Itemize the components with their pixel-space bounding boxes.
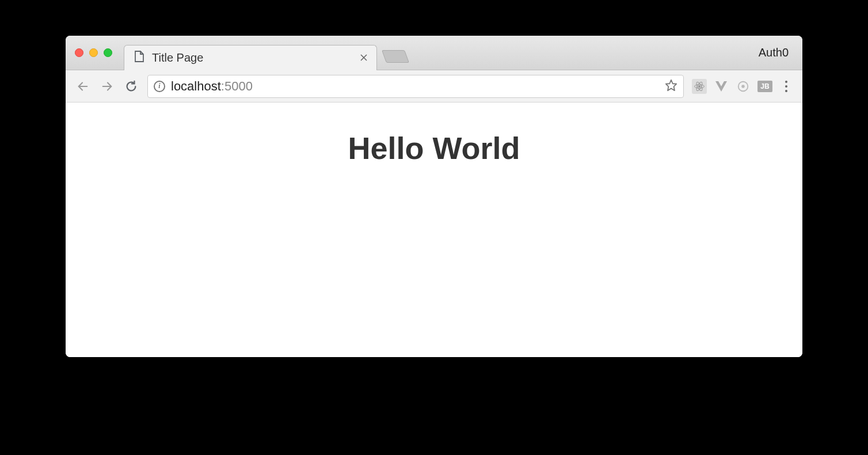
reload-button[interactable] — [123, 78, 139, 94]
url-port: :5000 — [221, 79, 253, 93]
vue-devtools-icon[interactable] — [714, 79, 729, 94]
jetbrains-extension-icon[interactable]: JB — [757, 81, 772, 92]
redux-devtools-icon[interactable] — [736, 79, 751, 94]
toolbar: i localhost:5000 — [66, 70, 802, 103]
bookmark-star-icon[interactable] — [665, 79, 677, 94]
tab-title: Title Page — [152, 51, 358, 65]
site-info-icon[interactable]: i — [154, 81, 165, 92]
tab-bar: Title Page Auth0 — [66, 36, 802, 70]
react-devtools-icon[interactable] — [692, 79, 707, 94]
forward-button[interactable] — [99, 78, 115, 94]
svg-point-10 — [741, 85, 745, 88]
extension-icons: JB — [692, 79, 793, 94]
back-button[interactable] — [75, 78, 91, 94]
url-text: localhost:5000 — [171, 79, 659, 94]
browser-tab[interactable]: Title Page — [124, 45, 377, 70]
address-bar[interactable]: i localhost:5000 — [147, 75, 684, 98]
profile-label[interactable]: Auth0 — [759, 46, 793, 59]
url-host: localhost — [171, 79, 221, 93]
window-close-button[interactable] — [75, 48, 83, 57]
new-tab-button[interactable] — [382, 50, 409, 63]
svg-marker-4 — [666, 79, 676, 90]
page-heading: Hello World — [348, 130, 520, 357]
page-viewport: Hello World — [66, 103, 802, 357]
browser-menu-button[interactable] — [779, 81, 793, 92]
svg-point-5 — [698, 85, 700, 87]
file-icon — [134, 50, 145, 65]
traffic-lights — [75, 48, 112, 57]
close-tab-button[interactable] — [358, 52, 370, 63]
browser-window: Title Page Auth0 — [66, 36, 802, 357]
window-maximize-button[interactable] — [104, 48, 112, 57]
window-minimize-button[interactable] — [89, 48, 98, 57]
